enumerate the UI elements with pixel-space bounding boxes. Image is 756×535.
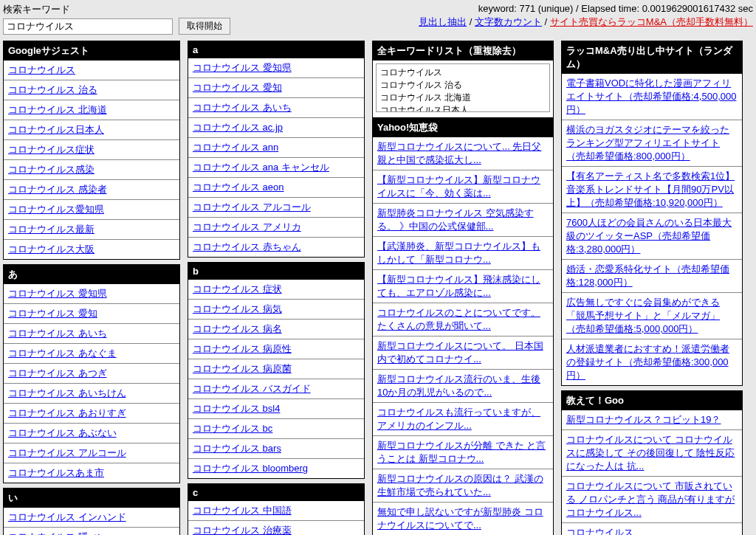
suggest-header: Googleサジェスト	[4, 41, 179, 61]
suggest-header: あ	[4, 265, 179, 284]
rakko-link[interactable]: 電子書籍VODに特化した漫画アフィリエイトサイト（売却希望価格:4,500,00…	[566, 77, 736, 115]
alpha-link[interactable]: コロナウイルス ana キャンセル	[193, 162, 329, 173]
alpha-link[interactable]: コロナウイルス aeon	[193, 182, 284, 193]
column-2: aコロナウイルス 愛知県コロナウイルス 愛知コロナウイルス あいちコロナウイルス…	[188, 41, 365, 535]
yahoo-link[interactable]: 新型コロナウイルスの原因は？ 武漢の生鮮市場で売られていた...	[377, 473, 543, 497]
rakko-header: ラッコM&A売り出し中サイト（ランダム）	[562, 41, 742, 74]
alpha-link[interactable]: コロナウイルス 治療薬	[193, 525, 292, 535]
suggest-link[interactable]: コロナウイルスあま市	[8, 467, 104, 478]
rakko-link[interactable]: 【有名アーティスト名で多数検索1位】音楽系トレンドサイト【月間90万PV以上】（…	[566, 170, 735, 208]
yahoo-link[interactable]: 新型コロナウイルスが分離 できた と言うことは 新型コロナウ...	[377, 440, 546, 464]
suggest-link[interactable]: コロナウイルス あいち	[8, 328, 107, 339]
yahoo-link[interactable]: コロナウイルスも流行っていますが、アメリカのインフル...	[377, 407, 540, 431]
alpha-link[interactable]: コロナウイルス 症状	[193, 283, 282, 294]
suggest-link[interactable]: コロナウイルス大阪	[8, 244, 94, 255]
yahoo-link[interactable]: 新型コロナウイルスについて... 先日父親と中国で感染拡大し...	[377, 141, 541, 165]
link-rakko[interactable]: サイト売買ならラッコM&A（売却手数料無料）	[550, 16, 753, 27]
alpha-link[interactable]: コロナウイルス バスガイド	[193, 383, 311, 394]
suggest-link[interactable]: コロナウイルス症状	[8, 144, 94, 155]
suggest-link[interactable]: コロナウイルス	[8, 64, 75, 75]
alpha-link[interactable]: コロナウイルス bloomberg	[193, 463, 308, 474]
rakko-link[interactable]: 婚活・恋愛系特化サイト（売却希望価格:128,000円）	[566, 263, 729, 288]
column-4: ラッコM&A売り出し中サイト（ランダム）電子書籍VODに特化した漫画アフィリエイ…	[561, 41, 743, 535]
alpha-link[interactable]: コロナウイルス アルコール	[193, 201, 311, 213]
all-keywords-textarea[interactable]	[376, 63, 550, 112]
suggest-link[interactable]: コロナウイルス日本人	[8, 124, 104, 135]
goo-link[interactable]: コロナウイルスについて 市販されている ノロパンチと言う 商品が有りますが コロ…	[566, 480, 735, 518]
yahoo-header: Yahoo!知恵袋	[373, 117, 553, 137]
suggest-link[interactable]: コロナウイルス感染	[8, 164, 94, 175]
yahoo-link[interactable]: コロナウイルスのことについてです。 たくさんの意見が聞いて...	[377, 307, 540, 331]
fetch-button[interactable]: 取得開始	[179, 18, 230, 35]
search-input[interactable]	[3, 18, 173, 35]
suggest-link[interactable]: コロナウイルス 愛知	[8, 308, 97, 319]
yahoo-link[interactable]: 【新型コロナウイルス】飛沫感染にしても、エアロゾル感染に...	[377, 274, 540, 298]
link-mojisu[interactable]: 文字数カウント	[475, 16, 542, 27]
goo-link[interactable]: 新型コロナウイルス？コビット19？	[566, 414, 721, 425]
yahoo-link[interactable]: 新型肺炎コロナウイルス 空気感染する。 》中国の公式保健部...	[377, 207, 534, 232]
suggest-link[interactable]: コロナウイルス インハンド	[8, 511, 126, 522]
alpha-link[interactable]: コロナウイルス 中国語	[193, 505, 292, 516]
alpha-link[interactable]: コロナウイルス ann	[193, 142, 278, 153]
suggest-link[interactable]: コロナウイルス あなぐま	[8, 348, 117, 359]
alpha-header: a	[188, 41, 364, 58]
suggest-link[interactable]: コロナウイルス 北海道	[8, 104, 107, 115]
suggest-link[interactable]: コロナウイルス 感染者	[8, 184, 107, 195]
rakko-link[interactable]: 人材派遣業者におすすめ！派遣労働者の登録サイト（売却希望価格:300,000円）	[566, 343, 729, 381]
alpha-link[interactable]: コロナウイルス 愛知県	[193, 62, 292, 73]
alpha-link[interactable]: コロナウイルス ac.jp	[193, 122, 283, 133]
goo-header: 教えて！Goo	[562, 391, 742, 410]
suggest-link[interactable]: コロナウイルス あおりすぎ	[8, 407, 126, 418]
suggest-link[interactable]: コロナウイルス愛知県	[8, 204, 104, 215]
yahoo-link[interactable]: 【武漢肺炎、新型コロナウイルス】もしかして「新型コロナウ...	[377, 241, 540, 265]
alpha-link[interactable]: コロナウイルス 病名	[193, 323, 282, 334]
rakko-link[interactable]: 広告無しですぐに会員集めができる「競馬予想サイト」と「メルマガ」（売却希望価格:…	[566, 297, 720, 334]
yahoo-link[interactable]: 新型コロナウイルス流行のいま、生後10か月の乳児がいるので...	[377, 373, 540, 398]
alpha-link[interactable]: コロナウイルス bc	[193, 423, 272, 434]
column-1: Googleサジェストコロナウイルスコロナウイルス 治るコロナウイルス 北海道コ…	[3, 41, 180, 535]
goo-link[interactable]: コロナウイルスについて コロナウイルスに感染して その後回復して 陰性反応になっ…	[566, 434, 735, 472]
alpha-header: b	[188, 263, 364, 280]
alpha-header: c	[188, 484, 364, 501]
suggest-link[interactable]: コロナウイルス 治る	[8, 84, 97, 95]
goo-link[interactable]: コロナウイルス	[566, 527, 633, 535]
stats-text: keyword: 771 (unique) / Elapsed time: 0.…	[419, 3, 753, 14]
rakko-link[interactable]: 横浜のヨガスタジオにテーマを絞ったランキング型アフィリエイトサイト（売却希望価格…	[566, 124, 729, 162]
suggest-link[interactable]: コロナウイルス あいちけん	[8, 387, 126, 398]
yahoo-link[interactable]: 【新型コロナウイルス】新型コロナウイルスに「今、効く薬は...	[377, 174, 540, 199]
link-midashi[interactable]: 見出し抽出	[419, 16, 467, 27]
suggest-link[interactable]: コロナウイルス 愛知県	[8, 288, 107, 299]
suggest-link[interactable]: コロナウイルス 隠ぺい	[8, 531, 107, 535]
all-keywords-header: 全キーワードリスト（重複除去）	[373, 41, 553, 61]
alpha-link[interactable]: コロナウイルス 病原菌	[193, 363, 292, 374]
alpha-link[interactable]: コロナウイルス アメリカ	[193, 221, 301, 232]
search-label: 検索キーワード	[3, 3, 230, 16]
alpha-link[interactable]: コロナウイルス 病気	[193, 303, 282, 314]
suggest-link[interactable]: コロナウイルス アルコール	[8, 447, 126, 458]
rakko-link[interactable]: 7600人ほどの会員さんのいる日本最大級のツイッターASP（売却希望価格:3,2…	[566, 217, 732, 255]
alpha-link[interactable]: コロナウイルス 赤ちゃん	[193, 241, 301, 252]
alpha-link[interactable]: コロナウイルス bsl4	[193, 403, 280, 414]
suggest-link[interactable]: コロナウイルス最新	[8, 224, 94, 235]
suggest-header: い	[4, 489, 179, 508]
alpha-link[interactable]: コロナウイルス 病原性	[193, 343, 292, 354]
suggest-link[interactable]: コロナウイルス あぶない	[8, 427, 117, 438]
alpha-link[interactable]: コロナウイルス bars	[193, 443, 281, 454]
column-3: 全キーワードリスト（重複除去）Yahoo!知恵袋新型コロナウイルスについて...…	[372, 41, 554, 535]
suggest-link[interactable]: コロナウイルス あつぎ	[8, 367, 107, 379]
alpha-link[interactable]: コロナウイルス 愛知	[193, 82, 282, 93]
yahoo-link[interactable]: 新型コロナウイルスについて。 日本国内で初めてコロナウイ...	[377, 340, 543, 365]
alpha-link[interactable]: コロナウイルス あいち	[193, 102, 292, 113]
yahoo-link[interactable]: 無知で申し訳ないですが新型肺炎 コロナウイルスについてで...	[377, 506, 543, 531]
